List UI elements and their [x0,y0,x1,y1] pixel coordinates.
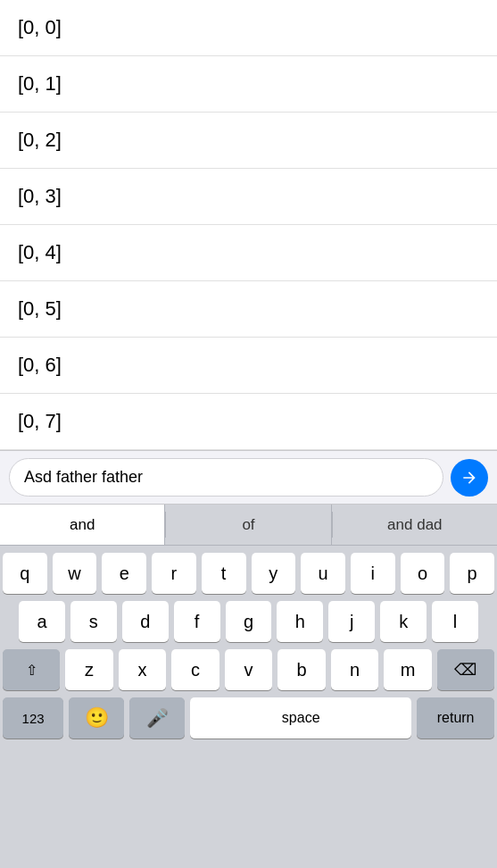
list-item-1: [0, 1] [0,56,497,113]
keyboard: q w e r t y u i o p a s d f g h j k l ⇧ … [0,546,497,868]
numbers-key[interactable]: 123 [3,697,63,739]
key-s[interactable]: s [70,601,117,642]
shift-key[interactable]: ⇧ [3,649,60,690]
send-icon [460,469,478,487]
key-j[interactable]: j [328,601,375,642]
key-o[interactable]: o [401,553,445,594]
key-w[interactable]: w [53,553,97,594]
shift-icon: ⇧ [26,662,37,679]
list-item-5: [0, 5] [0,281,497,338]
key-e[interactable]: e [102,553,146,594]
autocomplete-item-1[interactable]: of [166,505,331,545]
emoji-key[interactable]: 🙂 [69,697,124,739]
autocomplete-item-2[interactable]: and dad [333,505,497,545]
list-item-7: [0, 7] [0,394,497,450]
mic-icon: 🎤 [146,707,169,729]
key-g[interactable]: g [226,601,272,642]
list-item-6: [0, 6] [0,338,497,394]
key-row-2: a s d f g h j k l [3,601,494,642]
input-bar [0,450,497,505]
mic-key[interactable]: 🎤 [129,697,185,739]
key-row-1: q w e r t y u i o p [3,553,494,594]
list-area: [0, 0][0, 1][0, 2][0, 3][0, 4][0, 5][0, … [0,0,497,450]
list-item-4: [0, 4] [0,225,497,281]
key-r[interactable]: r [152,553,196,594]
delete-icon: ⌫ [454,660,476,680]
list-item-0: [0, 0] [0,0,497,56]
key-a[interactable]: a [19,601,65,642]
key-m[interactable]: m [384,649,432,690]
key-n[interactable]: n [331,649,379,690]
delete-key[interactable]: ⌫ [437,649,494,690]
key-i[interactable]: i [351,553,395,594]
send-button[interactable] [451,459,488,497]
key-d[interactable]: d [122,601,169,642]
emoji-icon: 🙂 [85,706,109,730]
autocomplete-bar: and of and dad [0,505,497,546]
key-row-4: 123 🙂 🎤 space return [3,697,494,739]
key-q[interactable]: q [3,553,47,594]
key-k[interactable]: k [380,601,427,642]
key-v[interactable]: v [225,649,273,690]
key-b[interactable]: b [277,649,326,690]
key-h[interactable]: h [277,601,323,642]
key-t[interactable]: t [202,553,246,594]
key-c[interactable]: c [171,649,220,690]
key-y[interactable]: y [252,553,296,594]
key-z[interactable]: z [65,649,113,690]
key-p[interactable]: p [450,553,494,594]
key-row-3: ⇧ z x c v b n m ⌫ [3,649,494,690]
list-item-2: [0, 2] [0,113,497,169]
return-key[interactable]: return [417,697,494,739]
text-input[interactable] [9,458,443,497]
key-u[interactable]: u [301,553,345,594]
key-x[interactable]: x [119,649,167,690]
space-key[interactable]: space [190,697,411,739]
list-item-3: [0, 3] [0,169,497,225]
key-f[interactable]: f [174,601,220,642]
autocomplete-item-0[interactable]: and [0,505,165,545]
key-l[interactable]: l [432,601,478,642]
